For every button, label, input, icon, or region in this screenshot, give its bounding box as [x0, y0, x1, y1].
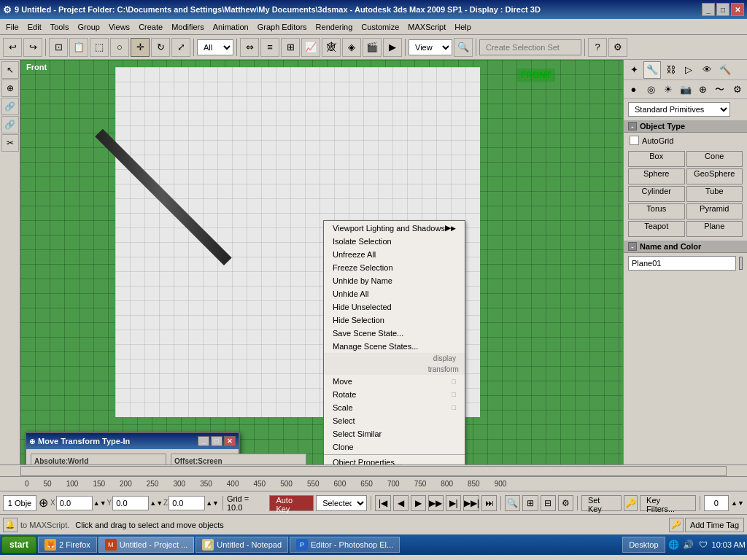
x-spinner-up[interactable]: ▲▼ [93, 499, 107, 507]
taskbar-photoshop[interactable]: P Editor - Photoshop El... [290, 537, 400, 553]
autogrid-checkbox[interactable] [630, 136, 639, 145]
object-name-input[interactable] [628, 256, 736, 271]
menu-graph-editors[interactable]: Graph Editors [253, 21, 311, 33]
ctx-scale[interactable]: Scale □ [324, 401, 465, 414]
menu-modifiers[interactable]: Modifiers [167, 21, 209, 33]
cameras-icon[interactable]: 📷 [677, 81, 694, 98]
move-button[interactable]: ✛ [131, 38, 150, 57]
ctx-move[interactable]: Move □ [324, 375, 465, 388]
cone-button[interactable]: Cone [686, 151, 743, 167]
name-color-section[interactable]: - Name and Color [624, 240, 747, 253]
close-button[interactable]: ✕ [731, 3, 744, 16]
coord-z-bar-input[interactable] [169, 496, 205, 510]
ctx-clone[interactable]: Clone [324, 440, 465, 454]
anim-prev-frame[interactable]: ◀ [393, 495, 409, 511]
selected-dropdown[interactable]: Selected [316, 495, 367, 511]
sphere-button[interactable]: Sphere [628, 168, 685, 184]
transform-restore-btn[interactable]: □ [211, 436, 222, 446]
coord-y-bar-input[interactable] [112, 496, 149, 510]
teapot-button[interactable]: Teapot [628, 221, 685, 237]
anim-zoom[interactable]: 🔍 [505, 495, 520, 511]
ctx-freeze-selection[interactable]: Freeze Selection [324, 261, 465, 274]
menu-customize[interactable]: Customize [357, 21, 403, 33]
select-object-button[interactable]: ⊡ [49, 38, 68, 57]
anim-last-frame[interactable]: ⏭ [481, 495, 497, 511]
ctx-manage-scene-states[interactable]: Manage Scene States... [324, 340, 465, 353]
z-spinner-up[interactable]: ▲▼ [206, 499, 219, 507]
anim-options1[interactable]: ⊞ [522, 495, 538, 511]
menu-help[interactable]: Help [450, 21, 476, 33]
schematic-view-btn[interactable]: 🕸 [322, 38, 341, 57]
ctx-hide-selection[interactable]: Hide Selection [324, 314, 465, 327]
left-tool-3[interactable]: 🔗 [1, 98, 19, 115]
menu-animation[interactable]: Animation [209, 21, 253, 33]
menu-maxscript[interactable]: MAXScript [403, 21, 450, 33]
anim-options3[interactable]: ⚙ [558, 495, 573, 511]
menu-rendering[interactable]: Rendering [311, 21, 357, 33]
curve-editor-btn[interactable]: 📈 [301, 38, 320, 57]
minimize-button[interactable]: _ [702, 3, 715, 16]
anim-play-all[interactable]: ▶▶ [428, 495, 444, 511]
name-color-collapse[interactable]: - [628, 242, 637, 251]
hierarchy-mode-icon[interactable]: ⛓ [662, 61, 679, 79]
key-lock-icon[interactable]: 🔑 [624, 495, 638, 511]
left-tool-2[interactable]: ⊕ [1, 79, 19, 97]
display-mode-icon[interactable]: 👁 [698, 61, 716, 79]
viewport[interactable]: Front FRONT Viewport Lighting and Shadow… [20, 60, 623, 464]
ctx-select-similar[interactable]: Select Similar [324, 427, 465, 440]
quick-render-btn[interactable]: ▶ [383, 38, 402, 57]
align-button[interactable]: ≡ [260, 38, 279, 57]
render-scene-btn[interactable]: 🎬 [363, 38, 382, 57]
tube-button[interactable]: Tube [686, 186, 743, 202]
menu-edit[interactable]: Edit [23, 21, 46, 33]
time-tag-icon[interactable]: 🔑 [669, 518, 684, 532]
menu-tools[interactable]: Tools [46, 21, 74, 33]
scale-button[interactable]: ⤢ [171, 38, 190, 57]
select-by-name-button[interactable]: 📋 [69, 38, 88, 57]
motion-mode-icon[interactable]: ▷ [680, 61, 697, 79]
transform-min-btn[interactable]: _ [198, 436, 209, 446]
ctx-save-scene-state[interactable]: Save Scene State... [324, 327, 465, 340]
ctx-unhide-by-name[interactable]: Unhide by Name [324, 274, 465, 287]
anim-next-frame[interactable]: ▶| [446, 495, 461, 511]
cylinder-button[interactable]: Cylinder [628, 186, 685, 202]
transform-close-btn[interactable]: ✕ [224, 436, 236, 446]
taskbar-desktop[interactable]: Desktop [622, 537, 665, 553]
taskbar-3dsmax[interactable]: M Untitled - Project ... [98, 537, 195, 553]
utilities-mode-icon[interactable]: 🔨 [716, 61, 734, 79]
ctx-rotate[interactable]: Rotate □ [324, 388, 465, 401]
extra-tools-btn[interactable]: ⚙ [608, 38, 627, 57]
ctx-isolate-selection[interactable]: Isolate Selection [324, 235, 465, 248]
pyramid-button[interactable]: Pyramid [686, 203, 743, 219]
anim-play[interactable]: ▶ [411, 495, 426, 511]
key-filters-button[interactable]: Key Filters... [640, 495, 696, 511]
shapes-icon[interactable]: ◎ [643, 81, 659, 98]
menu-views[interactable]: Views [104, 21, 134, 33]
layer-manager-button[interactable]: ⊞ [281, 38, 300, 57]
add-time-tag-button[interactable]: Add Time Tag [685, 518, 744, 532]
create-selection-set-input[interactable] [479, 39, 581, 55]
object-type-section[interactable]: - Object Type [624, 120, 747, 133]
rect-select-button[interactable]: ⬚ [90, 38, 109, 57]
view-options-btn[interactable]: 🔍 [454, 38, 473, 57]
anim-prev-key[interactable]: |◀ [375, 495, 390, 511]
torus-button[interactable]: Torus [628, 203, 685, 219]
start-button[interactable]: start [1, 536, 36, 553]
lights-icon[interactable]: ☀ [659, 81, 676, 98]
auto-key-button[interactable]: Auto Key [269, 495, 314, 511]
menu-file[interactable]: File [1, 21, 23, 33]
anim-frame-spinner[interactable]: ▲▼ [731, 499, 744, 507]
ctx-unfreeze-all[interactable]: Unfreeze All [324, 248, 465, 261]
selection-filter-dropdown[interactable]: All [197, 39, 233, 55]
anim-options2[interactable]: ⊟ [541, 495, 556, 511]
rotate-button[interactable]: ↻ [151, 38, 170, 57]
plane-button[interactable]: Plane [686, 221, 743, 237]
timeline-scroll-track[interactable] [20, 466, 727, 476]
box-button[interactable]: Box [628, 151, 685, 167]
maximize-button[interactable]: □ [716, 3, 729, 16]
left-tool-4[interactable]: 🔗 [1, 116, 19, 133]
object-type-collapse[interactable]: - [628, 122, 637, 131]
ctx-object-properties[interactable]: Object Properties... [324, 456, 465, 464]
y-spinner-up[interactable]: ▲▼ [150, 499, 163, 507]
systems-icon[interactable]: ⚙ [729, 81, 746, 98]
